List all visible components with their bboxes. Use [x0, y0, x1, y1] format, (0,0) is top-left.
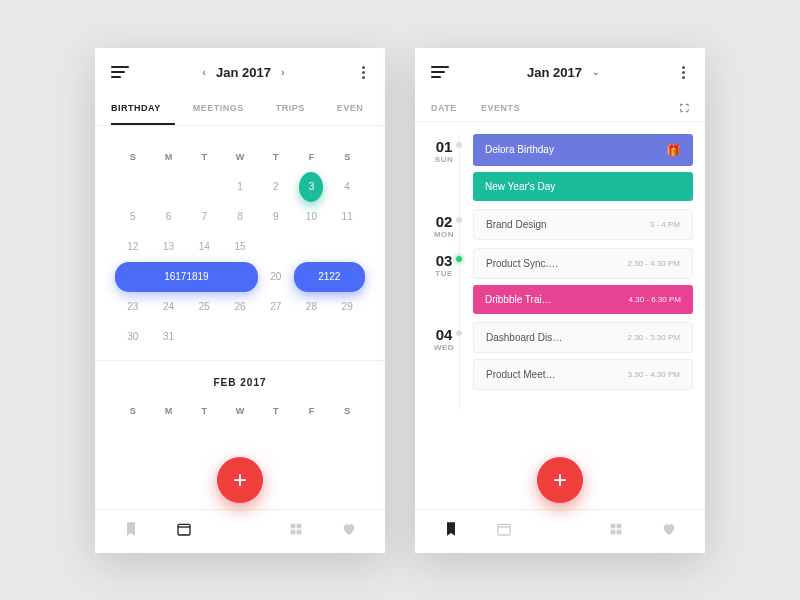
day-cell[interactable]: 4	[329, 172, 365, 202]
tab-events[interactable]: EVEN	[337, 93, 364, 125]
day-cell[interactable]: 15	[222, 232, 258, 262]
timeline-day: 04WEDDashboard Dis…2.30 - 3.30 PMProduct…	[415, 322, 693, 390]
svg-rect-1	[291, 524, 296, 529]
event-card[interactable]: Dashboard Dis…2.30 - 3.30 PM	[473, 322, 693, 353]
day-cell[interactable]: 30	[115, 322, 151, 352]
date-range-21-22[interactable]: 2122	[294, 262, 365, 292]
nav-bookmark-icon[interactable]	[435, 513, 467, 549]
prev-month-icon[interactable]: ‹	[202, 66, 206, 78]
menu-icon[interactable]	[111, 66, 129, 78]
day-weekday: TUE	[415, 269, 473, 278]
more-icon[interactable]	[678, 62, 689, 83]
day-number: 03	[415, 252, 473, 269]
bottom-nav	[415, 509, 705, 553]
timeline-dot	[456, 142, 462, 148]
bottom-nav	[95, 509, 385, 553]
day-cell[interactable]: 26	[222, 292, 258, 322]
nav-grid-icon[interactable]	[280, 513, 312, 549]
gift-icon: 🎁	[666, 143, 681, 157]
timeline-date: 02MON	[415, 209, 473, 240]
event-card[interactable]: Product Meet…3.30 - 4.30 PM	[473, 359, 693, 390]
event-card[interactable]: Dribbble Trai…4.30 - 6.30 PM	[473, 285, 693, 314]
day-cell[interactable]: 6	[151, 202, 187, 232]
menu-icon[interactable]	[431, 66, 449, 78]
day-cell[interactable]: 11	[329, 202, 365, 232]
day-cell[interactable]: 14	[186, 232, 222, 262]
next-month-icon[interactable]: ›	[281, 66, 285, 78]
calendar-grid-feb: S M T W T F S	[115, 396, 365, 426]
tab-trips[interactable]: TRIPS	[276, 93, 319, 125]
day-cell[interactable]: 12	[115, 232, 151, 262]
event-card[interactable]: Product Sync.…2.30 - 4.30 PM	[473, 248, 693, 279]
more-icon[interactable]	[358, 62, 369, 83]
event-time: 2.30 - 4.30 PM	[628, 259, 680, 268]
event-title: Delora Birthday	[485, 144, 554, 155]
day-cell[interactable]: 28	[294, 292, 330, 322]
tab-meetings[interactable]: MEETINGS	[193, 93, 258, 125]
header-month-label: Jan 2017	[216, 65, 271, 80]
header-month-label: Jan 2017	[527, 65, 582, 80]
header: Jan 2017 ⌄	[415, 48, 705, 93]
nav-heart-icon[interactable]	[653, 513, 685, 549]
month-label-feb: FEB 2017	[115, 377, 365, 388]
add-button[interactable]: +	[537, 457, 583, 503]
selected-day[interactable]: 3	[299, 172, 323, 202]
day-cell[interactable]: 9	[258, 202, 294, 232]
event-time: 4.30 - 6.30 PM	[629, 295, 681, 304]
day-cell[interactable]: 1	[222, 172, 258, 202]
chevron-down-icon: ⌄	[592, 67, 600, 77]
day-cell[interactable]: 29	[329, 292, 365, 322]
day-cell[interactable]: 7	[186, 202, 222, 232]
day-cell[interactable]: 25	[186, 292, 222, 322]
event-title: New Year's Day	[485, 181, 555, 192]
nav-spacer	[220, 523, 260, 539]
date-range-16-19[interactable]: 16171819	[115, 262, 258, 292]
svg-rect-9	[617, 530, 622, 535]
tab-birthday[interactable]: BIRTHDAY	[111, 93, 175, 125]
nav-calendar-icon[interactable]	[168, 513, 200, 549]
event-title: Product Meet…	[486, 369, 555, 380]
day-cell[interactable]: 27	[258, 292, 294, 322]
timeline-date: 04WED	[415, 322, 473, 390]
day-cell[interactable]: 20	[258, 262, 294, 292]
event-title: Dashboard Dis…	[486, 332, 562, 343]
timeline-date: 03TUE	[415, 248, 473, 314]
nav-calendar-icon[interactable]	[488, 513, 520, 549]
svg-rect-2	[297, 524, 302, 529]
day-cell[interactable]: 8	[222, 202, 258, 232]
month-selector: ‹ Jan 2017 ›	[129, 65, 358, 80]
month-dropdown[interactable]: Jan 2017 ⌄	[449, 65, 678, 80]
event-card[interactable]: Brand Design3 - 4 PM	[473, 209, 693, 240]
event-card[interactable]: New Year's Day	[473, 172, 693, 201]
day-cell[interactable]: 23	[115, 292, 151, 322]
day-cell[interactable]: 10	[294, 202, 330, 232]
day-cell[interactable]: 3	[294, 172, 330, 202]
day-cell[interactable]: 13	[151, 232, 187, 262]
day-cell[interactable]: 31	[151, 322, 187, 352]
day-number: 01	[415, 138, 473, 155]
svg-rect-4	[297, 530, 302, 535]
timeline-dot	[456, 217, 462, 223]
timeline-day: 03TUEProduct Sync.…2.30 - 4.30 PMDribbbl…	[415, 248, 693, 314]
nav-heart-icon[interactable]	[333, 513, 365, 549]
day-cell[interactable]: 24	[151, 292, 187, 322]
event-title: Product Sync.…	[486, 258, 558, 269]
day-cell[interactable]: 2	[258, 172, 294, 202]
expand-icon[interactable]: ⛶	[680, 103, 690, 113]
column-headers: DATE EVENTS ⛶	[415, 93, 705, 122]
header: ‹ Jan 2017 ›	[95, 48, 385, 93]
event-card[interactable]: Delora Birthday🎁	[473, 134, 693, 166]
nav-grid-icon[interactable]	[600, 513, 632, 549]
day-cell[interactable]: 5	[115, 202, 151, 232]
nav-spacer	[540, 523, 580, 539]
nav-bookmark-icon[interactable]	[115, 513, 147, 549]
event-time: 3.30 - 4.30 PM	[628, 370, 680, 379]
timeline-dot	[456, 256, 462, 262]
event-time: 2.30 - 3.30 PM	[628, 333, 680, 342]
day-weekday: SUN	[415, 155, 473, 164]
day-number: 02	[415, 213, 473, 230]
add-button[interactable]: +	[217, 457, 263, 503]
col-events-label: EVENTS	[481, 103, 680, 113]
calendar-events-view: Jan 2017 ⌄ DATE EVENTS ⛶ 01SUNDelora Bir…	[415, 48, 705, 553]
day-weekday: MON	[415, 230, 473, 239]
